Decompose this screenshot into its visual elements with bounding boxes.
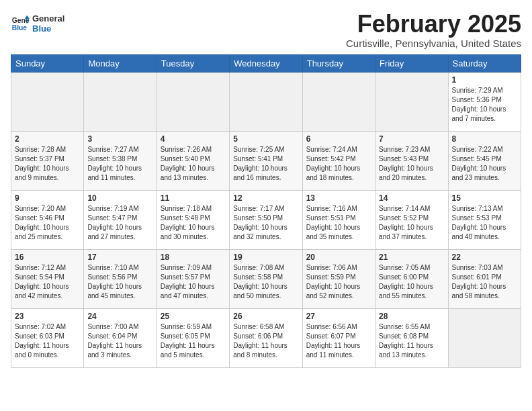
day-number: 15 [452, 193, 517, 203]
day-info: Sunrise: 7:19 AM Sunset: 5:47 PM Dayligh… [87, 204, 152, 242]
calendar-cell: 10Sunrise: 7:19 AM Sunset: 5:47 PM Dayli… [84, 190, 157, 249]
weekday-header-row: SundayMondayTuesdayWednesdayThursdayFrid… [11, 54, 521, 72]
logo-general: General [32, 13, 64, 24]
day-number: 23 [15, 312, 80, 321]
calendar-cell: 6Sunrise: 7:24 AM Sunset: 5:42 PM Daylig… [302, 131, 375, 190]
calendar-cell [84, 72, 157, 131]
day-number: 25 [161, 312, 226, 321]
calendar-cell: 16Sunrise: 7:12 AM Sunset: 5:54 PM Dayli… [11, 249, 84, 308]
month-title: February 2025 [346, 11, 521, 38]
day-number: 19 [233, 253, 298, 262]
location: Curtisville, Pennsylvania, United States [346, 38, 521, 49]
day-info: Sunrise: 7:09 AM Sunset: 5:57 PM Dayligh… [161, 263, 226, 301]
day-number: 3 [87, 134, 152, 144]
logo-icon: General Blue [11, 14, 30, 33]
day-info: Sunrise: 7:26 AM Sunset: 5:40 PM Dayligh… [161, 145, 226, 183]
day-number: 16 [15, 253, 80, 262]
day-number: 12 [233, 193, 298, 203]
calendar-cell: 9Sunrise: 7:20 AM Sunset: 5:46 PM Daylig… [11, 190, 84, 249]
day-number: 10 [87, 193, 152, 203]
calendar-cell: 19Sunrise: 7:08 AM Sunset: 5:58 PM Dayli… [230, 249, 302, 308]
weekday-friday: Friday [375, 54, 448, 72]
day-number: 7 [379, 134, 444, 144]
calendar-cell [230, 72, 302, 131]
day-info: Sunrise: 7:00 AM Sunset: 6:04 PM Dayligh… [87, 322, 152, 360]
calendar-cell: 23Sunrise: 7:02 AM Sunset: 6:03 PM Dayli… [11, 308, 84, 367]
calendar-cell: 27Sunrise: 6:56 AM Sunset: 6:07 PM Dayli… [302, 308, 375, 367]
calendar-table: SundayMondayTuesdayWednesdayThursdayFrid… [11, 54, 521, 368]
day-info: Sunrise: 6:59 AM Sunset: 6:05 PM Dayligh… [161, 322, 226, 360]
calendar-cell: 12Sunrise: 7:17 AM Sunset: 5:50 PM Dayli… [230, 190, 302, 249]
day-info: Sunrise: 7:08 AM Sunset: 5:58 PM Dayligh… [233, 263, 298, 301]
weekday-monday: Monday [84, 54, 157, 72]
day-number: 28 [379, 312, 444, 321]
day-number: 22 [452, 253, 517, 262]
day-number: 18 [161, 253, 226, 262]
day-info: Sunrise: 7:28 AM Sunset: 5:37 PM Dayligh… [15, 145, 80, 183]
day-number: 5 [233, 134, 298, 144]
day-info: Sunrise: 7:18 AM Sunset: 5:48 PM Dayligh… [161, 204, 226, 242]
calendar-cell: 21Sunrise: 7:05 AM Sunset: 6:00 PM Dayli… [375, 249, 448, 308]
day-info: Sunrise: 7:29 AM Sunset: 5:36 PM Dayligh… [452, 86, 517, 124]
day-number: 26 [233, 312, 298, 321]
calendar-cell: 11Sunrise: 7:18 AM Sunset: 5:48 PM Dayli… [157, 190, 229, 249]
day-number: 1 [452, 75, 517, 85]
day-number: 24 [87, 312, 152, 321]
weekday-sunday: Sunday [11, 54, 84, 72]
day-number: 14 [379, 193, 444, 203]
day-number: 20 [306, 253, 371, 262]
calendar-cell [11, 72, 84, 131]
calendar-cell: 25Sunrise: 6:59 AM Sunset: 6:05 PM Dayli… [157, 308, 229, 367]
calendar-cell: 22Sunrise: 7:03 AM Sunset: 6:01 PM Dayli… [448, 249, 521, 308]
calendar-cell: 28Sunrise: 6:55 AM Sunset: 6:08 PM Dayli… [375, 308, 448, 367]
title-area: February 2025 Curtisville, Pennsylvania,… [346, 11, 521, 49]
calendar-week-3: 9Sunrise: 7:20 AM Sunset: 5:46 PM Daylig… [11, 190, 521, 249]
svg-text:Blue: Blue [12, 24, 28, 32]
day-number: 6 [306, 134, 371, 144]
calendar-cell: 7Sunrise: 7:23 AM Sunset: 5:43 PM Daylig… [375, 131, 448, 190]
calendar-cell: 18Sunrise: 7:09 AM Sunset: 5:57 PM Dayli… [157, 249, 229, 308]
day-info: Sunrise: 7:17 AM Sunset: 5:50 PM Dayligh… [233, 204, 298, 242]
day-info: Sunrise: 7:02 AM Sunset: 6:03 PM Dayligh… [15, 322, 80, 360]
calendar-cell: 15Sunrise: 7:13 AM Sunset: 5:53 PM Dayli… [448, 190, 521, 249]
day-number: 8 [452, 134, 517, 144]
calendar-cell: 24Sunrise: 7:00 AM Sunset: 6:04 PM Dayli… [84, 308, 157, 367]
page-header: General Blue General Blue February 2025 … [11, 11, 521, 49]
calendar-week-2: 2Sunrise: 7:28 AM Sunset: 5:37 PM Daylig… [11, 131, 521, 190]
day-info: Sunrise: 7:25 AM Sunset: 5:41 PM Dayligh… [233, 145, 298, 183]
day-number: 11 [161, 193, 226, 203]
day-info: Sunrise: 7:20 AM Sunset: 5:46 PM Dayligh… [15, 204, 80, 242]
day-info: Sunrise: 7:24 AM Sunset: 5:42 PM Dayligh… [306, 145, 371, 183]
day-info: Sunrise: 7:14 AM Sunset: 5:52 PM Dayligh… [379, 204, 444, 242]
calendar-cell: 3Sunrise: 7:27 AM Sunset: 5:38 PM Daylig… [84, 131, 157, 190]
calendar-cell: 13Sunrise: 7:16 AM Sunset: 5:51 PM Dayli… [302, 190, 375, 249]
calendar-cell: 20Sunrise: 7:06 AM Sunset: 5:59 PM Dayli… [302, 249, 375, 308]
day-info: Sunrise: 7:05 AM Sunset: 6:00 PM Dayligh… [379, 263, 444, 301]
calendar-cell: 1Sunrise: 7:29 AM Sunset: 5:36 PM Daylig… [448, 72, 521, 131]
day-info: Sunrise: 7:06 AM Sunset: 5:59 PM Dayligh… [306, 263, 371, 301]
weekday-wednesday: Wednesday [230, 54, 302, 72]
calendar-week-5: 23Sunrise: 7:02 AM Sunset: 6:03 PM Dayli… [11, 308, 521, 367]
day-number: 2 [15, 134, 80, 144]
day-info: Sunrise: 7:22 AM Sunset: 5:45 PM Dayligh… [452, 145, 517, 183]
calendar-cell [375, 72, 448, 131]
day-info: Sunrise: 7:03 AM Sunset: 6:01 PM Dayligh… [452, 263, 517, 301]
day-number: 21 [379, 253, 444, 262]
logo-blue: Blue [32, 24, 64, 34]
calendar-cell: 4Sunrise: 7:26 AM Sunset: 5:40 PM Daylig… [157, 131, 229, 190]
calendar-cell: 5Sunrise: 7:25 AM Sunset: 5:41 PM Daylig… [230, 131, 302, 190]
day-info: Sunrise: 6:56 AM Sunset: 6:07 PM Dayligh… [306, 322, 371, 360]
calendar-week-4: 16Sunrise: 7:12 AM Sunset: 5:54 PM Dayli… [11, 249, 521, 308]
calendar-cell [157, 72, 229, 131]
day-number: 27 [306, 312, 371, 321]
calendar-cell: 2Sunrise: 7:28 AM Sunset: 5:37 PM Daylig… [11, 131, 84, 190]
calendar-cell: 26Sunrise: 6:58 AM Sunset: 6:06 PM Dayli… [230, 308, 302, 367]
calendar-cell [302, 72, 375, 131]
calendar-cell [448, 308, 521, 367]
weekday-saturday: Saturday [448, 54, 521, 72]
day-info: Sunrise: 7:27 AM Sunset: 5:38 PM Dayligh… [87, 145, 152, 183]
day-number: 9 [15, 193, 80, 203]
day-info: Sunrise: 7:10 AM Sunset: 5:56 PM Dayligh… [87, 263, 152, 301]
weekday-tuesday: Tuesday [157, 54, 229, 72]
day-info: Sunrise: 7:23 AM Sunset: 5:43 PM Dayligh… [379, 145, 444, 183]
